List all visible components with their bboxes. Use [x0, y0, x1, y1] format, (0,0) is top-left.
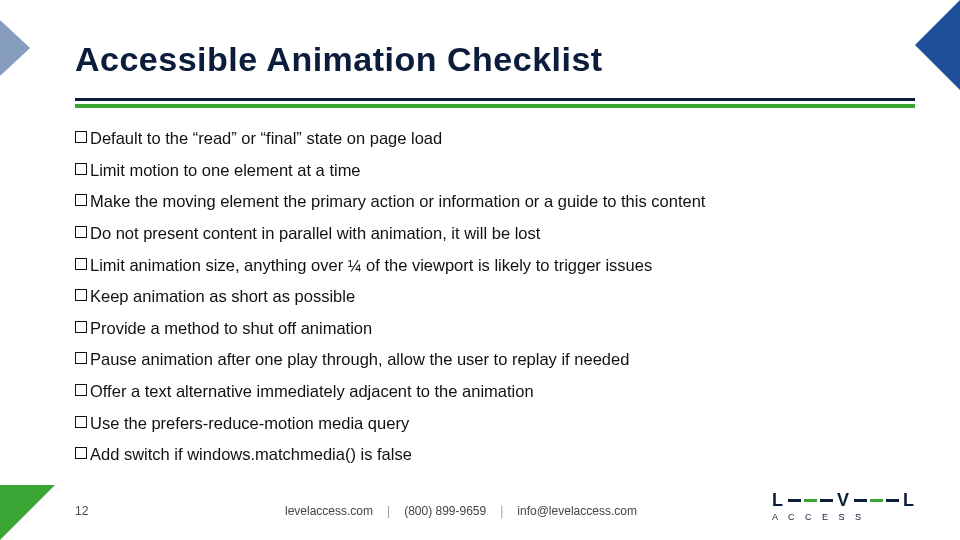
footer: 12 levelaccess.com | (800) 899-9659 | in…: [75, 504, 915, 518]
checkbox-icon: [75, 416, 87, 428]
rule-dark: [75, 98, 915, 101]
logo-subtext: A C C E S S: [772, 512, 865, 522]
bar-icon: [804, 499, 817, 503]
list-item-text: Provide a method to shut off animation: [90, 318, 372, 339]
footer-site: levelaccess.com: [285, 504, 373, 518]
list-item: Provide a method to shut off animation: [75, 318, 915, 339]
list-item-text: Limit motion to one element at a time: [90, 160, 361, 181]
list-item: Do not present content in parallel with …: [75, 223, 915, 244]
bar-icon: [854, 499, 867, 503]
slide: Accessible Animation Checklist Default t…: [0, 0, 960, 540]
logo-letter: L: [772, 490, 784, 511]
list-item: Keep animation as short as possible: [75, 286, 915, 307]
list-item-text: Do not present content in parallel with …: [90, 223, 540, 244]
separator-icon: |: [387, 504, 390, 518]
checkbox-icon: [75, 352, 87, 364]
rule-green: [75, 104, 915, 108]
list-item-text: Add switch if windows.matchmedia() is fa…: [90, 444, 412, 465]
list-item-text: Keep animation as short as possible: [90, 286, 355, 307]
list-item: Make the moving element the primary acti…: [75, 191, 915, 212]
title-rule: [75, 98, 915, 108]
list-item-text: Default to the “read” or “final” state o…: [90, 128, 442, 149]
list-item: Default to the “read” or “final” state o…: [75, 128, 915, 149]
decor-triangle-left-icon: [0, 20, 30, 76]
list-item-text: Use the prefers-reduce-motion media quer…: [90, 413, 409, 434]
checkbox-icon: [75, 384, 87, 396]
brand-logo: L V L A C C E S S: [772, 490, 915, 522]
list-item-text: Offer a text alternative immediately adj…: [90, 381, 534, 402]
checkbox-icon: [75, 163, 87, 175]
list-item: Add switch if windows.matchmedia() is fa…: [75, 444, 915, 465]
logo-letter: V: [837, 490, 850, 511]
list-item-text: Limit animation size, anything over ¼ of…: [90, 255, 652, 276]
footer-center: levelaccess.com | (800) 899-9659 | info@…: [285, 504, 637, 518]
list-item: Offer a text alternative immediately adj…: [75, 381, 915, 402]
checklist: Default to the “read” or “final” state o…: [75, 128, 915, 476]
logo-bars-icon: [788, 499, 833, 503]
logo-top-row: L V L: [772, 490, 915, 511]
bar-icon: [820, 499, 833, 503]
bar-icon: [870, 499, 883, 503]
checkbox-icon: [75, 321, 87, 333]
list-item: Limit animation size, anything over ¼ of…: [75, 255, 915, 276]
logo-bars-icon: [854, 499, 899, 503]
checkbox-icon: [75, 226, 87, 238]
list-item-text: Make the moving element the primary acti…: [90, 191, 705, 212]
list-item: Pause animation after one play through, …: [75, 349, 915, 370]
decor-triangle-bottom-icon: [0, 485, 55, 540]
bar-icon: [788, 499, 801, 503]
footer-phone: (800) 899-9659: [404, 504, 486, 518]
list-item: Use the prefers-reduce-motion media quer…: [75, 413, 915, 434]
checkbox-icon: [75, 131, 87, 143]
decor-triangle-right-icon: [915, 0, 960, 90]
checkbox-icon: [75, 447, 87, 459]
page-number: 12: [75, 504, 285, 518]
checkbox-icon: [75, 194, 87, 206]
logo-letter: L: [903, 490, 915, 511]
bar-icon: [886, 499, 899, 503]
separator-icon: |: [500, 504, 503, 518]
checkbox-icon: [75, 258, 87, 270]
list-item-text: Pause animation after one play through, …: [90, 349, 629, 370]
footer-email: info@levelaccess.com: [517, 504, 637, 518]
page-title: Accessible Animation Checklist: [75, 40, 900, 79]
list-item: Limit motion to one element at a time: [75, 160, 915, 181]
checkbox-icon: [75, 289, 87, 301]
